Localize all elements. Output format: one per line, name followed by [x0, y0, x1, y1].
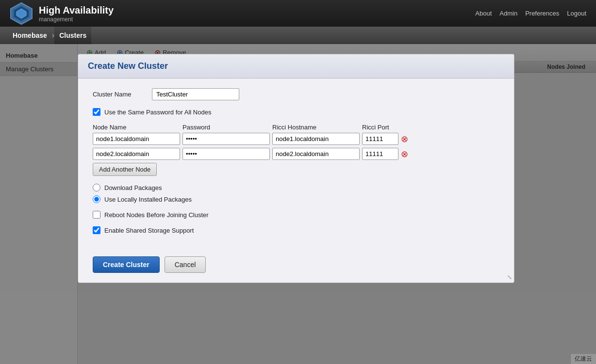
col-header-password: Password	[182, 124, 272, 131]
use-locally-label: Use Locally Installed Packages	[104, 196, 192, 203]
dialog-body: Cluster Name Use the Same Password for A…	[78, 79, 514, 252]
logout-link[interactable]: Logout	[567, 10, 586, 17]
admin-link[interactable]: Admin	[499, 10, 517, 17]
use-locally-radio[interactable]	[93, 195, 100, 203]
reboot-nodes-checkbox[interactable]	[93, 211, 100, 219]
same-password-row: Use the Same Password for All Nodes	[93, 108, 499, 116]
dialog-footer: Create Cluster Cancel	[78, 252, 514, 273]
main-content: Homebase Manage Clusters ⊕ Add ⊕ Create …	[0, 44, 596, 364]
enable-storage-checkbox[interactable]	[93, 226, 100, 234]
enable-storage-row: Enable Shared Storage Support	[93, 226, 499, 234]
breadcrumb-homebase[interactable]: Homebase	[8, 27, 52, 44]
reboot-nodes-row: Reboot Nodes Before Joining Cluster	[93, 211, 499, 219]
header: High Availability management About Admin…	[0, 0, 596, 27]
table-row: ⊗	[93, 148, 499, 160]
cluster-name-label: Cluster Name	[93, 91, 146, 98]
use-locally-row: Use Locally Installed Packages	[93, 195, 499, 203]
header-nav: About Admin Preferences Logout	[475, 10, 586, 17]
col-header-node-name: Node Name	[93, 124, 182, 131]
cancel-button[interactable]: Cancel	[165, 256, 206, 273]
node2-hostname-input[interactable]	[272, 148, 360, 160]
app-title: High Availability	[39, 4, 114, 16]
logo-text: High Availability management	[39, 4, 114, 23]
cluster-name-row: Cluster Name	[93, 88, 499, 100]
resize-handle: ⤡	[507, 274, 512, 281]
col-header-ricci-port: Ricci Port	[362, 124, 411, 131]
logo-icon	[10, 2, 33, 25]
logo-area: High Availability management	[10, 2, 114, 25]
download-packages-row: Download Packages	[93, 184, 499, 191]
node1-remove-button[interactable]: ⊗	[401, 135, 408, 143]
add-another-node-button[interactable]: Add Another Node	[93, 163, 157, 176]
node2-password-input[interactable]	[182, 148, 270, 160]
cluster-name-input[interactable]	[152, 88, 239, 100]
same-password-label: Use the Same Password for All Nodes	[104, 109, 211, 116]
table-row: ⊗	[93, 133, 499, 145]
node2-port-input[interactable]	[362, 148, 398, 160]
node-rows-container: ⊗ ⊗	[93, 133, 499, 160]
download-packages-label: Download Packages	[104, 184, 162, 191]
col-header-ricci-hostname: Ricci Hostname	[272, 124, 362, 131]
node1-hostname-input[interactable]	[272, 133, 360, 145]
node1-port-input[interactable]	[362, 133, 398, 145]
app-subtitle: management	[39, 16, 114, 23]
create-cluster-dialog: Create New Cluster Cluster Name Use the …	[78, 54, 514, 283]
same-password-checkbox[interactable]	[93, 108, 100, 116]
node2-remove-button[interactable]: ⊗	[401, 150, 408, 158]
breadcrumb-clusters[interactable]: Clusters	[54, 27, 91, 44]
node1-name-input[interactable]	[93, 133, 180, 145]
dialog-title-bar: Create New Cluster	[78, 54, 514, 79]
dialog-title-text: Create New Cluster	[88, 61, 504, 71]
nodes-column-headers: Node Name Password Ricci Hostname Ricci …	[93, 124, 499, 131]
create-cluster-button[interactable]: Create Cluster	[93, 256, 160, 273]
reboot-nodes-label: Reboot Nodes Before Joining Cluster	[104, 211, 209, 219]
enable-storage-label: Enable Shared Storage Support	[104, 227, 194, 234]
about-link[interactable]: About	[475, 10, 492, 17]
preferences-link[interactable]: Preferences	[525, 10, 559, 17]
node2-name-input[interactable]	[93, 148, 180, 160]
node1-password-input[interactable]	[182, 133, 270, 145]
breadcrumb-bar: Homebase › Clusters	[0, 27, 596, 44]
download-packages-radio[interactable]	[93, 184, 100, 191]
